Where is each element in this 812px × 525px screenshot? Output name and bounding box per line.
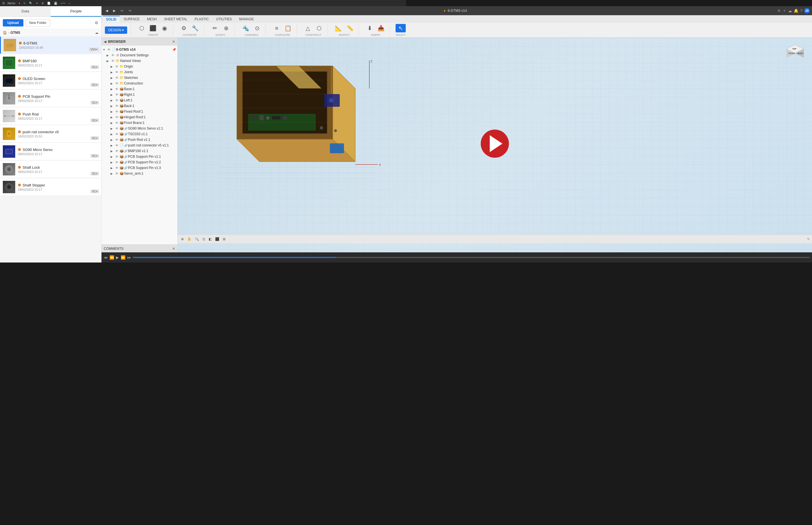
configure-btn2[interactable]: 📋 bbox=[283, 24, 293, 32]
insert-btn1[interactable]: ⬇ bbox=[365, 24, 375, 32]
tree-item-right[interactable]: ▶ 👁 📦 Right:1 bbox=[102, 92, 177, 97]
tab-people[interactable]: People bbox=[51, 6, 102, 17]
ribbon-tab-utilities[interactable]: UTILITIES bbox=[213, 16, 235, 22]
grid-view-btn[interactable]: ⊞ bbox=[41, 2, 44, 5]
configure-btn1[interactable]: ≡ bbox=[272, 24, 282, 32]
tree-eye-joints[interactable]: 👁 bbox=[115, 71, 119, 74]
file-version-6gtms[interactable]: V14 ▾ bbox=[89, 48, 99, 51]
tree-item-doc-settings[interactable]: ▶ 👁 ⚙ Document Settings bbox=[102, 52, 177, 58]
tree-item-servo-arm[interactable]: ▶ 👁 📦 Servo_arm:1 bbox=[102, 171, 177, 176]
ribbon-tab-plastic[interactable]: PLASTIC bbox=[191, 16, 212, 22]
tree-eye-sketches[interactable]: 👁 bbox=[115, 76, 119, 79]
tree-eye-doc-settings[interactable]: 👁 bbox=[111, 54, 115, 57]
tree-item-hinged-roof[interactable]: ▶ 👁 📦 Hinged Roof:1 bbox=[102, 114, 177, 120]
tree-item-sketches[interactable]: ▶ 👁 📁 Sketches bbox=[102, 75, 177, 80]
cloud-icon[interactable]: ☁ bbox=[95, 31, 98, 35]
insert-btn2[interactable]: 📥 bbox=[376, 24, 386, 32]
breadcrumb-gtms[interactable]: GTMS bbox=[11, 31, 20, 35]
file-item-oled[interactable]: OLED Screen 09/02/2023 15:17 V1 ▾ bbox=[0, 72, 101, 89]
tree-eye-bmp180[interactable]: 👁 bbox=[115, 149, 119, 153]
file-version-connector[interactable]: V1 ▾ bbox=[90, 136, 99, 140]
tree-eye-root[interactable]: 👁 bbox=[106, 48, 111, 51]
tree-eye-push-rod[interactable]: 👁 bbox=[115, 138, 119, 141]
file-version-oled[interactable]: V1 ▾ bbox=[90, 83, 99, 87]
tree-eye-named-views[interactable]: 👁 bbox=[111, 59, 115, 62]
file-version-sg90[interactable]: V1 ▾ bbox=[90, 154, 99, 158]
file-item-pcb-pin[interactable]: PCB Support Pin 09/02/2023 15:17 V1 ▾ bbox=[0, 90, 101, 107]
tree-eye-fixed-roof[interactable]: 👁 bbox=[115, 110, 119, 113]
timeline-play-btn[interactable]: ▶ bbox=[116, 255, 119, 260]
tree-item-push-rod-v1[interactable]: ▶ 👁 📦 🔗 Push Rod v1:1 bbox=[102, 137, 177, 142]
tree-root-item[interactable]: ▼ 👁 📄 6-GTMS v14 📌 bbox=[102, 47, 177, 52]
modify-btn2[interactable]: ⊕ bbox=[221, 24, 231, 32]
browser-toggle[interactable]: ◀ bbox=[104, 40, 106, 44]
file-version-bmp180[interactable]: V1 ▾ bbox=[90, 65, 99, 69]
file-item-sg90[interactable]: SG90 Micro Servo 09/02/2023 15:17 V1 ▾ bbox=[0, 143, 101, 160]
back-btn[interactable]: ◀ bbox=[104, 8, 110, 13]
refresh-btn[interactable]: ↻ bbox=[24, 2, 26, 5]
file-version-pcb-pin[interactable]: V1 ▾ bbox=[90, 101, 99, 105]
undo-btn[interactable]: ↩↪ bbox=[61, 2, 65, 5]
timeline-bar[interactable] bbox=[133, 257, 406, 258]
settings-gear-button[interactable]: ⚙ bbox=[95, 20, 98, 25]
file-item-bmp180[interactable]: BMP180 09/02/2023 15:17 V1 ▾ bbox=[0, 54, 101, 72]
file-item-shaft-lock[interactable]: Shaft Lock 09/02/2023 15:17 V1 ▾ bbox=[0, 161, 101, 178]
upload-button[interactable]: Upload bbox=[3, 19, 24, 27]
search-btn[interactable]: 🔍 bbox=[29, 2, 32, 5]
forward-btn[interactable]: ▶ bbox=[111, 8, 117, 13]
tree-item-base[interactable]: ▶ 👁 📦 Base:1 bbox=[102, 86, 177, 92]
tree-eye-hinged-roof[interactable]: 👁 bbox=[115, 116, 119, 119]
zoom-fit-btn[interactable]: ⊡ bbox=[201, 237, 206, 242]
tree-eye-front-brace[interactable]: 👁 bbox=[115, 121, 119, 124]
view-mode-btn[interactable]: ◧ bbox=[207, 237, 213, 242]
file-item-6gtms[interactable]: 6-GTMS 23/02/2023 16:49 V14 ▾ bbox=[0, 36, 101, 54]
user-dropdown[interactable]: ▾ bbox=[19, 2, 20, 5]
tree-item-joints[interactable]: ▶ 👁 📁 Joints bbox=[102, 69, 177, 75]
file-version-push-rod[interactable]: V1 ▾ bbox=[90, 119, 99, 122]
tree-eye-connector[interactable]: 👁 bbox=[115, 144, 119, 147]
create-revolve-btn[interactable]: ◉ bbox=[159, 24, 170, 32]
new-folder-button[interactable]: New Folder bbox=[26, 19, 50, 27]
tree-item-tsc033[interactable]: ▶ 👁 📦 🔗 TSC033 v1:1 bbox=[102, 131, 177, 137]
file-item-push-rod[interactable]: Push Rod 09/02/2023 15:17 V1 ▾ bbox=[0, 108, 101, 125]
create-extrude-btn[interactable]: ⬛ bbox=[148, 24, 158, 32]
inspect-btn2[interactable]: 📏 bbox=[345, 24, 355, 32]
tree-eye-origin[interactable]: 👁 bbox=[115, 65, 119, 68]
tree-item-pcb-v1-3[interactable]: ▶ 👁 📦 🔗 PCB Support Pin v1:3 bbox=[102, 165, 177, 171]
file-item-connector[interactable]: push rod connector v5 16/02/2023 15:53 V… bbox=[0, 125, 101, 142]
doc-btn[interactable]: 📄 bbox=[47, 2, 50, 5]
tree-eye-right[interactable]: 👁 bbox=[115, 93, 119, 96]
ribbon-tab-manage[interactable]: MANAGE bbox=[236, 16, 257, 22]
modify-btn1[interactable]: ✏ bbox=[210, 24, 220, 32]
tab-data[interactable]: Data bbox=[0, 6, 51, 17]
redo-cad-btn[interactable]: ↪ bbox=[127, 8, 133, 13]
automate-btn2[interactable]: 🔧 bbox=[190, 24, 201, 32]
timeline-next-btn[interactable]: ⏩ bbox=[121, 255, 126, 260]
viewport[interactable]: Z X bbox=[178, 38, 406, 252]
tree-item-named-views[interactable]: ▶ 👁 📁 Named Views bbox=[102, 58, 177, 64]
tree-eye-base[interactable]: 👁 bbox=[115, 87, 119, 91]
grid-toggle-btn[interactable]: ⊞ bbox=[222, 237, 227, 242]
inspect-btn1[interactable]: 📐 bbox=[333, 24, 344, 32]
tree-eye-servo-arm[interactable]: 👁 bbox=[115, 172, 119, 175]
tree-eye-sg90[interactable]: 👁 bbox=[115, 127, 119, 130]
tree-eye-pcb2[interactable]: 👁 bbox=[115, 161, 119, 164]
ribbon-tab-surface[interactable]: SURFACE bbox=[120, 16, 143, 22]
timeline-end-btn[interactable]: ⏭ bbox=[127, 255, 131, 260]
ribbon-tab-solid[interactable]: SOLID bbox=[103, 16, 120, 22]
tree-eye-back[interactable]: 👁 bbox=[115, 104, 119, 108]
browser-close[interactable]: ✕ bbox=[172, 40, 175, 44]
ribbon-tab-mesh[interactable]: MESH bbox=[144, 16, 160, 22]
breadcrumb-home[interactable]: 🏠 bbox=[3, 31, 7, 35]
file-version-shaft-stopper[interactable]: V1 ▾ bbox=[90, 190, 99, 193]
tree-item-back[interactable]: ▶ 👁 📦 Back:1 bbox=[102, 103, 177, 109]
tree-item-construction[interactable]: ▶ 👁 📁 Construction bbox=[102, 80, 177, 86]
user-name[interactable]: Janos bbox=[7, 1, 15, 5]
tree-item-origin[interactable]: ▶ 👁 📁 Origin bbox=[102, 64, 177, 69]
close-search-btn[interactable]: ✕ bbox=[36, 2, 38, 5]
tree-eye-left[interactable]: 👁 bbox=[115, 99, 119, 102]
tree-eye-pcb3[interactable]: 👁 bbox=[115, 166, 119, 169]
file-item-shaft-stopper[interactable]: Shaft Stopper 09/02/2023 15:17 V1 ▾ bbox=[0, 179, 101, 196]
orbit-btn[interactable]: ⊕ bbox=[180, 237, 185, 242]
tree-item-bmp180-v1[interactable]: ▶ 👁 📦 🔗 BMP180 v1:1 bbox=[102, 148, 177, 154]
